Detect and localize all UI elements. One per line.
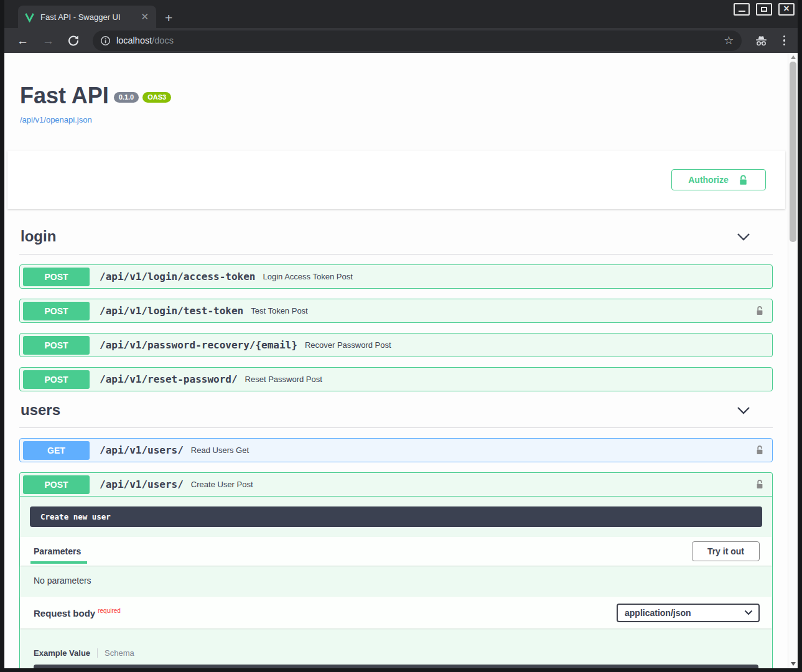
- tab-bar: Fast API - Swagger UI ✕ + ×: [4, 0, 798, 28]
- incognito-icon: [749, 35, 773, 47]
- tab-title: Fast API - Swagger UI: [40, 12, 134, 22]
- method-badge: POST: [23, 302, 90, 320]
- scrollbar-thumb[interactable]: [790, 62, 796, 242]
- browser-tab[interactable]: Fast API - Swagger UI ✕: [18, 6, 156, 28]
- try-it-out-button[interactable]: Try it out: [692, 541, 760, 561]
- operation-row[interactable]: POST /api/v1/password-recovery/{email} R…: [19, 333, 773, 357]
- auth-lock-icon[interactable]: [755, 444, 765, 456]
- browser-menu-icon[interactable]: [777, 35, 792, 46]
- page-title: Fast API: [20, 83, 109, 108]
- tab-parameters[interactable]: Parameters: [34, 538, 81, 565]
- request-body-header: Request bodyrequired application/json: [20, 597, 772, 628]
- browser-toolbar: ← → localhost/docs ☆: [4, 28, 798, 53]
- maximize-button[interactable]: [756, 3, 772, 16]
- auth-lock-icon[interactable]: [755, 305, 765, 317]
- operation-row[interactable]: POST /api/v1/reset-password/ Reset Passw…: [19, 367, 773, 391]
- operation-path: /api/v1/login/access-token: [100, 271, 255, 282]
- no-parameters-text: No parameters: [20, 566, 772, 597]
- chevron-down-icon[interactable]: [737, 406, 750, 414]
- api-info: Fast API0.1.0OAS3 /api/v1/openapi.json: [4, 53, 788, 124]
- operation-row[interactable]: POST /api/v1/login/access-token Login Ac…: [19, 264, 773, 289]
- tab-close-icon[interactable]: ✕: [139, 11, 150, 22]
- operation-summary: Login Access Token Post: [263, 272, 765, 281]
- operation-row[interactable]: GET /api/v1/users/ Read Users Get: [19, 438, 773, 462]
- content-type-select[interactable]: application/json: [617, 604, 760, 622]
- operation-summary: Read Users Get: [191, 446, 755, 455]
- address-bar[interactable]: localhost/docs ☆: [93, 30, 742, 51]
- close-button[interactable]: ×: [778, 3, 795, 16]
- tab-divider: [97, 648, 98, 658]
- window-controls: ×: [734, 3, 795, 16]
- bookmark-star-icon[interactable]: ☆: [724, 35, 734, 46]
- url-text: localhost/docs: [116, 35, 718, 45]
- site-favicon-icon: [24, 12, 35, 22]
- content-type-value: application/json: [625, 608, 691, 618]
- section-title: users: [21, 401, 60, 419]
- swagger-page: Fast API0.1.0OAS3 /api/v1/openapi.json A…: [4, 53, 798, 668]
- forward-button[interactable]: →: [37, 35, 59, 47]
- operation-row[interactable]: POST /api/v1/users/ Create User Post: [20, 473, 772, 497]
- operation-summary: Test Token Post: [251, 306, 755, 315]
- operation-summary: Reset Password Post: [245, 375, 765, 384]
- tab-schema[interactable]: Schema: [105, 648, 134, 658]
- method-badge: POST: [23, 370, 90, 389]
- operation-path: /api/v1/reset-password/: [100, 373, 238, 385]
- section-users: users GET /api/v1/users/ Read Users Get: [19, 399, 773, 668]
- operation-path: /api/v1/password-recovery/{email}: [100, 339, 297, 351]
- method-badge: GET: [23, 441, 90, 460]
- back-button[interactable]: ←: [12, 35, 34, 47]
- method-badge: POST: [23, 336, 90, 355]
- minimize-button[interactable]: [734, 3, 750, 16]
- example-section: Example Value Schema {: [20, 628, 772, 668]
- authorize-label: Authorize: [688, 175, 729, 185]
- required-label: required: [98, 607, 121, 614]
- section-users-header[interactable]: users: [19, 399, 773, 428]
- unlock-icon: [737, 174, 749, 186]
- openapi-spec-link[interactable]: /api/v1/openapi.json: [20, 115, 788, 124]
- section-login: login POST /api/v1/login/access-token Lo…: [19, 225, 773, 391]
- operation-summary: Recover Password Post: [305, 340, 765, 350]
- reload-icon[interactable]: [63, 35, 84, 46]
- section-title: login: [21, 228, 56, 245]
- operation-path: /api/v1/users/: [100, 444, 184, 456]
- operation-description: Create new user: [30, 506, 762, 527]
- version-badge: 0.1.0: [114, 92, 139, 103]
- authorize-button[interactable]: Authorize: [671, 169, 766, 190]
- tab-example-value[interactable]: Example Value: [34, 648, 90, 658]
- oas3-badge: OAS3: [142, 92, 171, 103]
- operation-row[interactable]: POST /api/v1/login/test-token Test Token…: [19, 299, 773, 323]
- browser-window: Fast API - Swagger UI ✕ + × ← →: [0, 0, 802, 672]
- parameters-header: Parameters Try it out: [20, 537, 772, 566]
- auth-lock-icon[interactable]: [755, 478, 765, 490]
- method-badge: POST: [23, 475, 90, 494]
- section-login-header[interactable]: login: [19, 225, 773, 254]
- operation-path: /api/v1/users/: [100, 478, 184, 490]
- scrollbar-up-arrow[interactable]: [791, 55, 796, 59]
- operation-post-users-expanded: POST /api/v1/users/ Create User Post Cre…: [19, 472, 773, 668]
- operation-path: /api/v1/login/test-token: [100, 305, 243, 317]
- method-badge: POST: [23, 268, 90, 286]
- page-scrollbar[interactable]: [788, 53, 798, 668]
- operation-summary: Create User Post: [191, 480, 755, 489]
- scrollbar-down-arrow[interactable]: [791, 662, 796, 666]
- chevron-down-icon[interactable]: [737, 233, 750, 241]
- scheme-container: Authorize: [7, 151, 785, 209]
- site-info-icon[interactable]: [100, 35, 111, 46]
- request-body-label: Request bodyrequired: [34, 607, 121, 618]
- example-code-block[interactable]: {: [34, 665, 758, 668]
- new-tab-button[interactable]: +: [165, 11, 172, 24]
- chevron-down-icon: [744, 610, 753, 615]
